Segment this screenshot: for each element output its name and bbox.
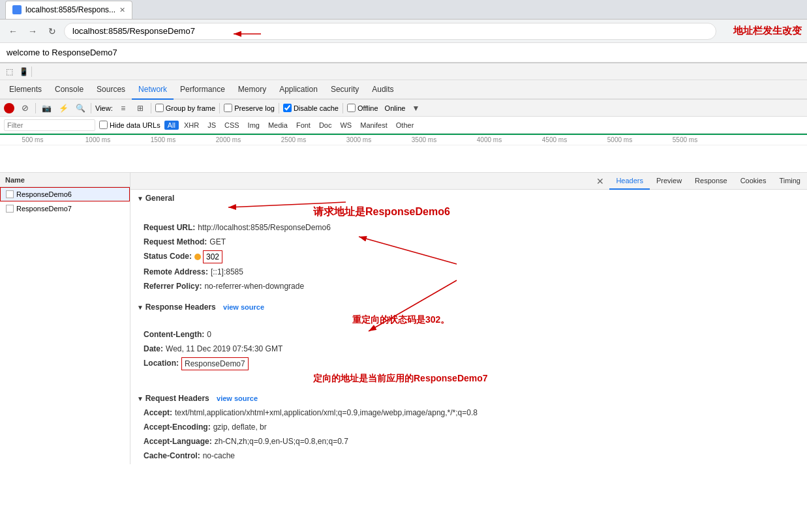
tab-security[interactable]: Security [324, 80, 365, 100]
request-method-val: GET [209, 236, 226, 248]
disable-cache-text: Disable cache [294, 104, 339, 112]
status-code-key: Status Code: [144, 250, 192, 263]
detail-panel: ✕ Headers Preview Response Cookies Timin… [130, 173, 807, 464]
tick-500: 500 ms [0, 136, 65, 143]
preserve-log-label[interactable]: Preserve log [224, 104, 275, 112]
browser-title-bar: localhost:8585/Respons... ✕ [0, 0, 807, 20]
filter-tag-xhr[interactable]: XHR [181, 121, 202, 130]
online-text: Online [385, 104, 406, 112]
filter-input[interactable] [4, 119, 95, 131]
filter-tag-img[interactable]: Img [245, 121, 263, 130]
browser-tab[interactable]: localhost:8585/Respons... ✕ [5, 1, 132, 19]
devtools-icon-bar: ⬚ 📱 [0, 63, 807, 80]
group-by-frame-label[interactable]: Group by frame [155, 104, 215, 112]
devtools: ⬚ 📱 Elements Console Sources Network Per… [0, 63, 807, 464]
annotation-redirect-302: 重定向的状态码是302。 [352, 314, 449, 325]
request-headers-view-source[interactable]: view source [217, 394, 258, 402]
inspect-element-icon[interactable]: ⬚ [3, 65, 16, 78]
filter-tag-all[interactable]: All [164, 121, 179, 130]
accept-val: text/html,application/xhtml+xml,applicat… [175, 407, 478, 419]
filter-icon[interactable]: ⚡ [57, 102, 70, 115]
tab-elements[interactable]: Elements [3, 80, 48, 100]
search-icon[interactable]: 🔍 [74, 102, 87, 115]
tab-application[interactable]: Application [273, 80, 324, 100]
remote-address-key: Remote Address: [144, 266, 208, 278]
separator1 [35, 103, 36, 113]
detail-close-button[interactable]: ✕ [591, 176, 609, 186]
tab-close-icon[interactable]: ✕ [119, 6, 125, 14]
tab-memory[interactable]: Memory [232, 80, 273, 100]
clear-button[interactable]: ⊘ [18, 102, 31, 115]
detail-tab-headers[interactable]: Headers [609, 173, 650, 190]
detail-row-remote-address: Remote Address: [::1]:8585 [130, 265, 807, 279]
request-url-key: Request URL: [144, 222, 195, 233]
tab-console[interactable]: Console [48, 80, 90, 100]
status-badge: 302 [194, 250, 222, 263]
detail-tab-preview[interactable]: Preview [650, 173, 688, 190]
forward-button[interactable]: → [25, 23, 40, 39]
detail-row-connection: Connection: keep-alive [130, 463, 807, 464]
tick-5000: 5000 ms [587, 136, 652, 143]
device-toolbar-icon[interactable]: 📱 [17, 65, 30, 78]
hide-data-urls-text: Hide data URLs [110, 121, 160, 129]
tab-performance[interactable]: Performance [174, 80, 232, 100]
network-main: Name ResponseDemo6 ResponseDemo7 ✕ Heade… [0, 173, 807, 464]
annotation-request-demo6: 请求地址是ResponseDemo6 [313, 206, 450, 217]
tick-1000: 1000 ms [65, 136, 130, 143]
preserve-log-checkbox[interactable] [224, 104, 232, 112]
response-headers-section-title: Response Headers view source [130, 299, 807, 314]
filter-tag-doc[interactable]: Doc [316, 121, 335, 130]
network-item-1[interactable]: ResponseDemo7 [0, 201, 130, 216]
accept-language-key: Accept-Language: [144, 436, 212, 447]
filter-tag-ws[interactable]: WS [337, 121, 355, 130]
screenshot-view-icon[interactable]: ⊞ [134, 102, 147, 115]
list-view-icon[interactable]: ≡ [117, 102, 130, 115]
detail-tab-cookies[interactable]: Cookies [734, 173, 773, 190]
tick-2500: 2500 ms [261, 136, 326, 143]
network-item-0[interactable]: ResponseDemo6 [0, 187, 130, 201]
tick-4500: 4500 ms [522, 136, 587, 143]
response-headers-view-source[interactable]: view source [223, 303, 264, 311]
hide-data-urls-checkbox[interactable] [99, 121, 108, 129]
offline-label[interactable]: Offline [347, 104, 378, 112]
tab-network[interactable]: Network [132, 80, 174, 100]
filter-tag-manifest[interactable]: Manifest [357, 121, 391, 130]
filter-tag-other[interactable]: Other [393, 121, 418, 130]
content-length-val: 0 [207, 329, 211, 340]
filter-tag-font[interactable]: Font [293, 121, 314, 130]
disable-cache-checkbox[interactable] [283, 104, 292, 112]
separator [31, 66, 32, 77]
request-headers-section-title: Request Headers view source [130, 390, 807, 406]
detail-row-request-url: Request URL: http://localhost:8585/Respo… [130, 220, 807, 235]
tab-sources[interactable]: Sources [90, 80, 132, 100]
hide-data-urls-label[interactable]: Hide data URLs [99, 121, 160, 129]
status-dot [194, 254, 201, 260]
separator6 [343, 103, 343, 113]
cache-control-val: no-cache [203, 450, 235, 462]
location-val: ResponseDemo7 [181, 357, 249, 370]
record-button[interactable] [4, 103, 14, 113]
date-key: Date: [144, 343, 163, 355]
address-bar[interactable] [64, 23, 716, 40]
filter-tags: All XHR JS CSS Img Media Font Doc WS Man… [164, 121, 418, 130]
reload-button[interactable]: ↻ [44, 23, 60, 39]
annotation-address-change: 地址栏发生改变 [733, 25, 802, 37]
tick-3500: 3500 ms [391, 136, 457, 143]
tab-audits[interactable]: Audits [365, 80, 400, 100]
detail-tab-response[interactable]: Response [688, 173, 734, 190]
filter-tag-js[interactable]: JS [204, 121, 219, 130]
page-content: welcome to ResponseDemo7 [0, 43, 807, 63]
back-button[interactable]: ← [5, 23, 21, 39]
disable-cache-label[interactable]: Disable cache [283, 104, 339, 112]
tab-bar: localhost:8585/Respons... ✕ [5, 0, 132, 20]
network-conditions-icon[interactable]: ▼ [409, 102, 422, 115]
location-highlight: ResponseDemo7 [181, 357, 249, 370]
group-by-frame-checkbox[interactable] [155, 104, 164, 112]
detail-tab-timing[interactable]: Timing [772, 173, 807, 190]
offline-checkbox[interactable] [347, 104, 356, 112]
camera-icon[interactable]: 📷 [40, 102, 53, 115]
filter-tag-media[interactable]: Media [265, 121, 291, 130]
separator3 [151, 103, 151, 113]
detail-row-location: Location: ResponseDemo7 [130, 356, 807, 372]
filter-tag-css[interactable]: CSS [221, 121, 243, 130]
